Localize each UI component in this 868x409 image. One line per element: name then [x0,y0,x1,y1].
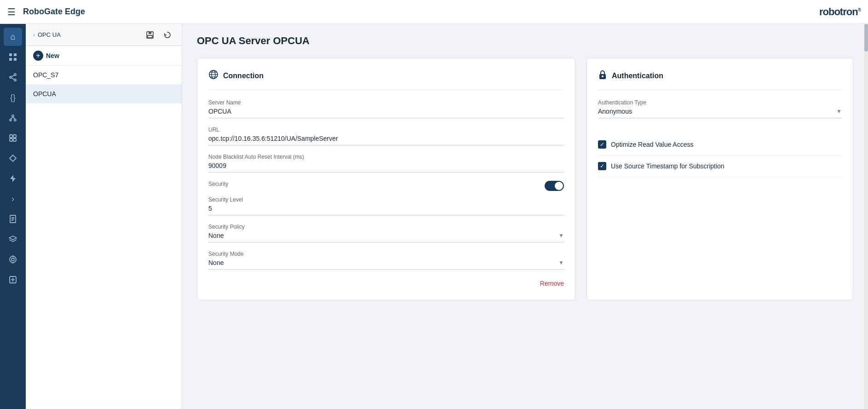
save-button[interactable] [143,28,157,42]
security-policy-chevron-icon: ▼ [558,232,564,239]
nav-icon-layers[interactable] [4,230,22,248]
remove-row: Remove [208,278,564,289]
server-name-label: Server Name [208,99,564,106]
svg-point-4 [14,74,16,75]
security-level-label: Security Level [208,196,564,203]
breadcrumb-text: OPC UA [38,31,61,38]
main-layout: ⌂ {} [0,24,868,409]
nav-icon-code[interactable]: {} [4,88,22,107]
scrollbar-thumb[interactable] [864,24,868,52]
blacklist-value[interactable]: 90009 [208,162,564,173]
svg-point-10 [10,119,11,121]
source-timestamp-checkbox[interactable]: ✓ [598,162,606,170]
new-button[interactable]: + New [26,46,182,66]
app-title: RoboGate Edge [23,7,85,17]
refresh-button[interactable] [161,28,174,42]
connection-card-title: Connection [223,72,264,80]
auth-type-select[interactable]: Anonymous ▼ [598,108,842,118]
nav-icon-share[interactable] [4,68,22,86]
nav-icon-plus-box[interactable] [4,271,22,289]
nav-icon-dashboard[interactable] [4,48,22,66]
hamburger-menu[interactable]: ☰ [7,6,16,17]
svg-point-9 [12,115,14,117]
security-mode-value: None [208,259,224,266]
nav-icon-nodes[interactable] [4,109,22,127]
plus-icon: + [33,51,43,61]
security-policy-value: None [208,232,224,239]
security-level-value[interactable]: 5 [208,205,564,215]
svg-point-26 [11,258,14,261]
security-mode-group: Security Mode None ▼ [208,251,564,270]
svg-point-41 [602,75,604,77]
connection-icon [208,69,218,82]
svg-point-25 [10,256,16,263]
source-timestamp-checkbox-row: ✓ Use Source Timestamp for Subscription [598,156,842,177]
security-policy-label: Security Policy [208,224,564,230]
optimize-checkbox-row: ✓ Optimize Read Value Access [598,134,842,156]
svg-marker-24 [9,236,17,240]
auth-type-value: Anonymous [598,108,632,115]
security-toggle-col [545,181,564,191]
breadcrumb-bar: › OPC UA [26,24,182,46]
svg-line-13 [13,117,15,119]
nav-icon-diamond[interactable] [4,149,22,167]
url-value[interactable]: opc.tcp://10.16.35.6:51210/UA/SampleServ… [208,135,564,145]
auth-card: Authentication Authentication Type Anony… [586,58,853,300]
sidebar-nav: ⌂ {} [0,24,26,409]
security-mode-label: Security Mode [208,251,564,257]
security-policy-group: Security Policy None ▼ [208,224,564,242]
svg-rect-2 [9,58,12,61]
breadcrumb-actions [143,28,174,42]
svg-point-11 [14,119,16,121]
nav-icon-arrow-right[interactable]: › [4,190,22,208]
svg-rect-15 [13,135,16,138]
server-name-value[interactable]: OPCUA [208,108,564,118]
url-label: URL [208,127,564,133]
blacklist-label: Node Blacklist Auto Reset Interval (ms) [208,154,564,160]
brand-logo: robotron® [819,6,861,18]
scrollbar-track[interactable] [864,24,868,409]
remove-button[interactable]: Remove [540,278,564,289]
svg-point-5 [10,76,11,78]
main-content: OPC UA Server OPCUA Connection [182,24,868,409]
nav-icon-lightning[interactable] [4,169,22,188]
svg-line-12 [11,117,13,119]
optimize-label: Optimize Read Value Access [611,141,694,148]
server-name-group: Server Name OPCUA [208,99,564,118]
security-policy-select[interactable]: None ▼ [208,232,564,242]
svg-marker-18 [10,155,16,161]
source-timestamp-label: Use Source Timestamp for Subscription [611,162,724,170]
security-row: Security [208,181,564,191]
url-group: URL opc.tcp://10.16.35.6:51210/UA/Sample… [208,127,564,145]
svg-rect-14 [10,135,12,138]
auth-card-header: Authentication [598,69,842,90]
svg-rect-0 [9,53,12,56]
optimize-checkbox[interactable]: ✓ [598,140,606,149]
security-label-col: Security [208,181,545,189]
connection-card: Connection Server Name OPCUA URL opc.tcp… [197,58,575,300]
auth-type-group: Authentication Type Anonymous ▼ [598,99,842,118]
server-item-opcua[interactable]: OPCUA [26,85,182,104]
page-title: OPC UA Server OPCUA [197,35,853,47]
side-panel: › OPC UA + N [26,24,182,409]
nav-icon-home[interactable]: ⌂ [4,28,22,46]
auth-card-title: Authentication [612,72,663,80]
svg-line-8 [11,78,14,80]
nav-icon-document[interactable] [4,210,22,228]
auth-type-label: Authentication Type [598,99,842,106]
security-level-group: Security Level 5 [208,196,564,215]
nav-icon-target[interactable] [4,250,22,269]
nav-icon-grid[interactable] [4,129,22,147]
security-mode-chevron-icon: ▼ [558,259,564,266]
connection-card-header: Connection [208,69,564,90]
svg-rect-33 [149,32,151,34]
svg-rect-34 [148,35,152,38]
blacklist-group: Node Blacklist Auto Reset Interval (ms) … [208,154,564,173]
svg-point-6 [14,79,16,81]
svg-line-7 [11,75,14,77]
top-header: ☰ RoboGate Edge robotron® [0,0,868,24]
security-toggle[interactable] [545,181,564,191]
breadcrumb-expand-icon: › [33,32,35,38]
security-mode-select[interactable]: None ▼ [208,259,564,270]
server-item-opc-s7[interactable]: OPC_S7 [26,66,182,85]
